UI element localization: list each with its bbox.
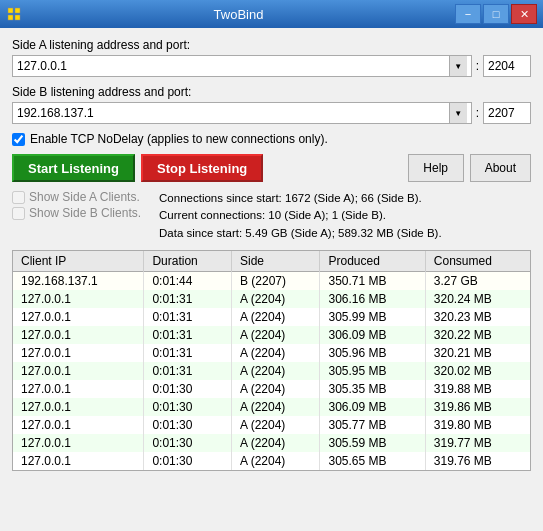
table-cell: 192.168.137.1 [13, 271, 144, 290]
side-b-group: Side B listening address and port: ▼ : [12, 85, 531, 124]
table-row: 127.0.0.10:01:31A (2204)305.95 MB320.02 … [13, 362, 530, 380]
table-row: 127.0.0.10:01:31A (2204)305.96 MB320.21 … [13, 344, 530, 362]
show-side-b-row: Show Side B Clients. [12, 206, 141, 220]
table-cell: 0:01:30 [144, 380, 232, 398]
side-a-dropdown-arrow[interactable]: ▼ [449, 56, 467, 76]
col-client-ip: Client IP [13, 251, 144, 272]
app-title: TwoBind [22, 7, 455, 22]
info-line-3: Data since start: 5.49 GB (Side A); 589.… [159, 225, 442, 242]
table-cell: 127.0.0.1 [13, 380, 144, 398]
table-row: 127.0.0.10:01:31A (2204)306.09 MB320.22 … [13, 326, 530, 344]
table-cell: 0:01:31 [144, 308, 232, 326]
side-a-port-input[interactable] [483, 55, 531, 77]
title-bar: TwoBind − □ ✕ [0, 0, 543, 28]
side-b-dropdown-arrow[interactable]: ▼ [449, 103, 467, 123]
side-checks: Show Side A Clients. Show Side B Clients… [12, 190, 141, 220]
table-header: Client IP Duration Side Produced Consume… [13, 251, 530, 272]
help-button[interactable]: Help [408, 154, 464, 182]
table-cell: 320.22 MB [425, 326, 530, 344]
side-b-address-input[interactable] [17, 106, 449, 120]
side-a-port-sep: : [476, 59, 479, 73]
table-cell: A (2204) [231, 380, 319, 398]
svg-rect-1 [15, 8, 20, 13]
table-row: 127.0.0.10:01:30A (2204)306.09 MB319.86 … [13, 398, 530, 416]
table-row: 192.168.137.10:01:44B (2207)350.71 MB3.2… [13, 271, 530, 290]
col-side: Side [231, 251, 319, 272]
show-side-b-checkbox[interactable] [12, 207, 25, 220]
tcp-nodelay-label: Enable TCP NoDelay (applies to new conne… [30, 132, 328, 146]
side-a-group: Side A listening address and port: ▼ : [12, 38, 531, 77]
table-cell: 319.86 MB [425, 398, 530, 416]
tcp-nodelay-row: Enable TCP NoDelay (applies to new conne… [12, 132, 531, 146]
table-cell: 305.99 MB [320, 308, 425, 326]
main-content: Side A listening address and port: ▼ : S… [0, 28, 543, 481]
table-cell: 306.09 MB [320, 326, 425, 344]
table-cell: 0:01:31 [144, 362, 232, 380]
table-cell: 350.71 MB [320, 271, 425, 290]
table-cell: A (2204) [231, 416, 319, 434]
table-cell: 305.59 MB [320, 434, 425, 452]
client-table: Client IP Duration Side Produced Consume… [13, 251, 530, 470]
side-a-address-combo[interactable]: ▼ [12, 55, 472, 77]
window-controls[interactable]: − □ ✕ [455, 4, 537, 24]
table-cell: A (2204) [231, 434, 319, 452]
maximize-button[interactable]: □ [483, 4, 509, 24]
table-cell: 127.0.0.1 [13, 434, 144, 452]
table-cell: 127.0.0.1 [13, 398, 144, 416]
table-row: 127.0.0.10:01:30A (2204)305.77 MB319.80 … [13, 416, 530, 434]
table-body: 192.168.137.10:01:44B (2207)350.71 MB3.2… [13, 271, 530, 470]
client-table-wrapper: Client IP Duration Side Produced Consume… [12, 250, 531, 471]
table-cell: 320.02 MB [425, 362, 530, 380]
table-row: 127.0.0.10:01:30A (2204)305.35 MB319.88 … [13, 380, 530, 398]
table-cell: 320.21 MB [425, 344, 530, 362]
table-cell: 306.16 MB [320, 290, 425, 308]
start-listening-button[interactable]: Start Listening [12, 154, 135, 182]
side-b-port-input[interactable] [483, 102, 531, 124]
side-b-row: ▼ : [12, 102, 531, 124]
svg-rect-2 [8, 15, 13, 20]
table-cell: A (2204) [231, 398, 319, 416]
table-cell: A (2204) [231, 326, 319, 344]
show-side-b-label: Show Side B Clients. [29, 206, 141, 220]
table-cell: 319.77 MB [425, 434, 530, 452]
header-row: Client IP Duration Side Produced Consume… [13, 251, 530, 272]
tcp-nodelay-checkbox[interactable] [12, 133, 25, 146]
table-cell: 127.0.0.1 [13, 308, 144, 326]
info-line-1: Connections since start: 1672 (Side A); … [159, 190, 442, 207]
table-cell: 305.95 MB [320, 362, 425, 380]
table-cell: 319.80 MB [425, 416, 530, 434]
table-row: 127.0.0.10:01:31A (2204)305.99 MB320.23 … [13, 308, 530, 326]
table-cell: 305.65 MB [320, 452, 425, 470]
info-panel: Show Side A Clients. Show Side B Clients… [12, 190, 531, 242]
table-cell: B (2207) [231, 271, 319, 290]
table-cell: 0:01:30 [144, 452, 232, 470]
table-cell: 0:01:31 [144, 326, 232, 344]
table-row: 127.0.0.10:01:30A (2204)305.59 MB319.77 … [13, 434, 530, 452]
side-a-address-input[interactable] [17, 59, 449, 73]
table-cell: 127.0.0.1 [13, 326, 144, 344]
table-cell: 320.24 MB [425, 290, 530, 308]
table-cell: A (2204) [231, 362, 319, 380]
button-row: Start Listening Stop Listening Help Abou… [12, 154, 531, 182]
table-cell: A (2204) [231, 308, 319, 326]
table-cell: 0:01:30 [144, 434, 232, 452]
table-cell: A (2204) [231, 290, 319, 308]
table-cell: 320.23 MB [425, 308, 530, 326]
table-cell: 127.0.0.1 [13, 416, 144, 434]
about-button[interactable]: About [470, 154, 531, 182]
stop-listening-button[interactable]: Stop Listening [141, 154, 263, 182]
table-cell: 127.0.0.1 [13, 344, 144, 362]
col-produced: Produced [320, 251, 425, 272]
minimize-button[interactable]: − [455, 4, 481, 24]
info-line-2: Current connections: 10 (Side A); 1 (Sid… [159, 207, 442, 224]
table-cell: 0:01:30 [144, 398, 232, 416]
show-side-a-checkbox[interactable] [12, 191, 25, 204]
table-cell: 305.77 MB [320, 416, 425, 434]
table-cell: 305.35 MB [320, 380, 425, 398]
side-b-address-combo[interactable]: ▼ [12, 102, 472, 124]
col-consumed: Consumed [425, 251, 530, 272]
col-duration: Duration [144, 251, 232, 272]
close-button[interactable]: ✕ [511, 4, 537, 24]
svg-rect-0 [8, 8, 13, 13]
table-row: 127.0.0.10:01:31A (2204)306.16 MB320.24 … [13, 290, 530, 308]
